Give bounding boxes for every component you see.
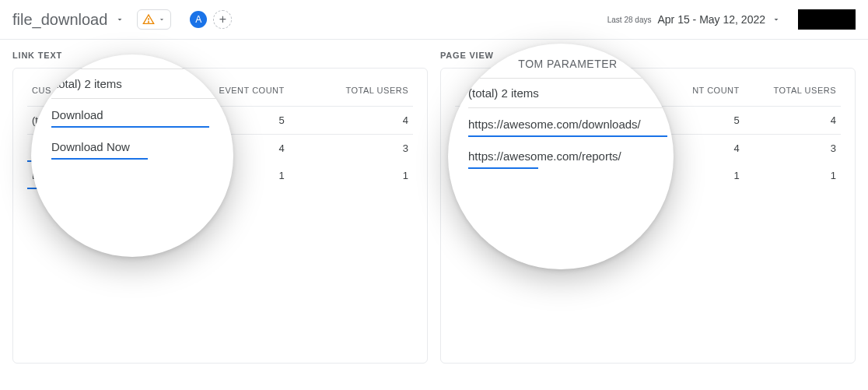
totals-row: (total) 2 items 5 4 — [27, 107, 413, 135]
totals-total-users: 4 — [744, 107, 841, 135]
event-name[interactable]: file_download — [12, 11, 107, 29]
obscured-region — [798, 9, 856, 30]
panel-page-view: PAGE VIEW NT COUNT TOTAL USERS (total) 2… — [440, 51, 856, 364]
col-header-parameter[interactable] — [455, 79, 668, 107]
row-event-count: 4 — [160, 135, 289, 163]
col-header-event-count[interactable]: EVENT COUNT — [160, 79, 289, 107]
row-label: https://awesome.com/downloads/ — [455, 135, 668, 163]
col-header-parameter[interactable]: CUS — [27, 79, 160, 107]
totals-label: (total) 2 items — [455, 107, 668, 135]
card-page-view: NT COUNT TOTAL USERS (total) 2 items 5 4… — [440, 68, 856, 364]
chevron-down-icon — [772, 15, 781, 24]
content-area: LINK TEXT CUS EVENT COUNT TOTAL USERS (t… — [0, 40, 868, 374]
card-link-text: CUS EVENT COUNT TOTAL USERS (total) 2 it… — [12, 68, 428, 364]
totals-event-count: 5 — [668, 107, 744, 135]
svg-point-1 — [149, 22, 149, 23]
col-header-event-count[interactable]: NT COUNT — [668, 79, 744, 107]
totals-label: (total) 2 items — [27, 107, 160, 135]
row-total-users: 3 — [744, 135, 841, 163]
table-row[interactable]: Download 4 3 — [27, 135, 413, 163]
data-table: CUS EVENT COUNT TOTAL USERS (total) 2 it… — [27, 79, 413, 189]
totals-row: (total) 2 items 5 4 — [455, 107, 841, 135]
header-bar: file_download A + Last 28 days Apr 15 - … — [0, 0, 868, 40]
row-label: https://awesome.com/reports/ — [455, 162, 668, 189]
warning-chip[interactable] — [137, 9, 171, 30]
table-row[interactable]: Download Now 1 1 — [27, 162, 413, 189]
col-header-total-users[interactable]: TOTAL USERS — [744, 79, 841, 107]
warning-triangle-icon — [142, 13, 155, 26]
chevron-down-icon[interactable] — [115, 15, 124, 24]
totals-total-users: 4 — [289, 107, 413, 135]
date-range-picker[interactable]: Last 28 days Apr 15 - May 12, 2022 — [607, 9, 856, 30]
row-event-count: 1 — [668, 162, 744, 189]
row-event-count: 4 — [668, 135, 744, 163]
table-row[interactable]: https://awesome.com/downloads/ 4 3 — [455, 135, 841, 163]
row-label: Download — [27, 135, 160, 163]
chevron-down-icon — [158, 16, 166, 23]
add-comparison-button[interactable]: + — [213, 10, 232, 29]
totals-event-count: 5 — [160, 107, 289, 135]
panel-title: LINK TEXT — [12, 51, 428, 60]
panel-title: PAGE VIEW — [440, 51, 856, 60]
row-event-count: 1 — [160, 162, 289, 189]
date-range-label: Last 28 days — [607, 16, 652, 24]
date-range-value: Apr 15 - May 12, 2022 — [657, 13, 765, 26]
row-label: Download Now — [27, 162, 160, 189]
row-total-users: 3 — [289, 135, 413, 163]
avatar[interactable]: A — [190, 11, 207, 28]
col-header-total-users[interactable]: TOTAL USERS — [289, 79, 413, 107]
row-total-users: 1 — [289, 162, 413, 189]
row-total-users: 1 — [744, 162, 841, 189]
panel-link-text: LINK TEXT CUS EVENT COUNT TOTAL USERS (t… — [12, 51, 428, 364]
table-row[interactable]: https://awesome.com/reports/ 1 1 — [455, 162, 841, 189]
data-table: NT COUNT TOTAL USERS (total) 2 items 5 4… — [455, 79, 841, 189]
